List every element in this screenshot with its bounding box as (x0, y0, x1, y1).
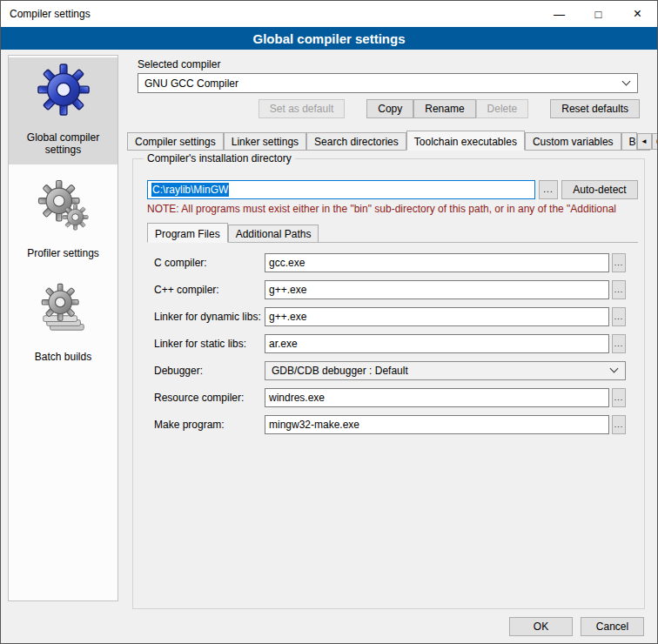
selected-compiler-value: GNU GCC Compiler (144, 77, 238, 90)
c-compiler-input[interactable]: gcc.exe (265, 253, 609, 272)
static-linker-label: Linker for static libs: (154, 338, 265, 350)
tab-build-options[interactable]: Buil (621, 132, 637, 150)
c-compiler-label: C compiler: (154, 257, 265, 269)
sidebar-item-label: Batch builds (10, 351, 116, 363)
cpp-compiler-label: C++ compiler: (154, 284, 265, 296)
resource-compiler-value: windres.exe (269, 392, 325, 404)
subtab-program-files[interactable]: Program Files (147, 223, 228, 243)
debugger-value: GDB/CDB debugger : Default (272, 365, 408, 377)
resource-compiler-browse-button[interactable]: ... (612, 388, 626, 407)
resource-compiler-input[interactable]: windres.exe (265, 388, 609, 407)
install-dir-row: C:\raylib\MinGW ... Auto-detect (147, 180, 638, 200)
sidebar-item-global-compiler-settings[interactable]: Global compiler settings (9, 57, 118, 164)
dynamic-linker-row: Linker for dynamic libs: g++.exe ... (154, 307, 626, 326)
tab-scroll-right-icon[interactable]: ► (652, 133, 658, 150)
debugger-row: Debugger: GDB/CDB debugger : Default (154, 361, 626, 380)
make-program-row: Make program: mingw32-make.exe ... (154, 415, 626, 434)
tab-toolchain-executables[interactable]: Toolchain executables (406, 131, 525, 151)
static-linker-browse-button[interactable]: ... (612, 334, 626, 353)
c-compiler-row: C compiler: gcc.exe ... (154, 253, 626, 272)
install-dir-input[interactable]: C:\raylib\MinGW (147, 180, 535, 199)
minimize-button[interactable]: — (540, 1, 579, 27)
dialog-footer: OK Cancel (509, 617, 644, 636)
profiler-gears-icon (37, 178, 91, 232)
cpp-compiler-input[interactable]: g++.exe (265, 280, 609, 299)
delete-button[interactable]: Delete (476, 99, 529, 118)
debugger-dropdown[interactable]: GDB/CDB debugger : Default (265, 361, 626, 380)
program-files-panel: C compiler: gcc.exe ... C++ compiler: g+… (133, 243, 644, 442)
tab-search-directories[interactable]: Search directories (306, 132, 406, 150)
install-dir-value: C:\raylib\MinGW (151, 183, 229, 197)
static-linker-row: Linker for static libs: ar.exe ... (154, 334, 626, 353)
group-title: Compiler's installation directory (144, 152, 295, 164)
sidebar-item-label: Profiler settings (10, 247, 116, 259)
program-files-tabstrip: Program Files Additional Paths (147, 224, 638, 243)
cancel-button[interactable]: Cancel (581, 617, 644, 636)
subtab-additional-paths[interactable]: Additional Paths (228, 225, 319, 242)
maximize-button[interactable]: □ (579, 1, 618, 27)
installation-directory-group: Compiler's installation directory C:\ray… (132, 158, 645, 609)
selected-compiler-dropdown[interactable]: GNU GCC Compiler (138, 73, 638, 93)
reset-defaults-button[interactable]: Reset defaults (550, 99, 640, 118)
make-program-browse-button[interactable]: ... (612, 415, 626, 434)
c-compiler-value: gcc.exe (269, 257, 305, 269)
resource-compiler-row: Resource compiler: windres.exe ... (154, 388, 626, 407)
make-program-value: mingw32-make.exe (269, 419, 359, 431)
main-panel: Selected compiler GNU GCC Compiler Set a… (125, 55, 650, 643)
rename-button[interactable]: Rename (413, 99, 475, 118)
debugger-label: Debugger: (154, 365, 265, 377)
set-as-default-button[interactable]: Set as default (258, 99, 345, 118)
compiler-actions: Set as default Copy Rename Delete Reset … (125, 99, 640, 118)
note-text: NOTE: All programs must exist either in … (147, 203, 642, 215)
copy-button[interactable]: Copy (366, 99, 413, 118)
static-linker-value: ar.exe (269, 338, 298, 350)
tab-compiler-settings[interactable]: Compiler settings (127, 132, 224, 150)
global-compiler-gear-icon (37, 63, 91, 117)
chevron-down-icon (622, 77, 631, 85)
tab-scroll-arrows: ◄ ► (637, 133, 658, 150)
make-program-input[interactable]: mingw32-make.exe (265, 415, 609, 434)
c-compiler-browse-button[interactable]: ... (612, 253, 626, 272)
titlebar: Compiler settings — □ × (1, 1, 657, 27)
sidebar-item-label: Global compiler settings (10, 131, 116, 156)
close-button[interactable]: × (618, 1, 657, 27)
dynamic-linker-label: Linker for dynamic libs: (154, 311, 265, 323)
chevron-down-icon (610, 365, 619, 373)
dynamic-linker-input[interactable]: g++.exe (265, 307, 609, 326)
dynamic-linker-value: g++.exe (269, 311, 306, 323)
auto-detect-button[interactable]: Auto-detect (561, 180, 638, 199)
sidebar-item-profiler-settings[interactable]: Profiler settings (9, 173, 118, 268)
sidebar-item-batch-builds[interactable]: Batch builds (9, 277, 118, 372)
tab-scroll-left-icon[interactable]: ◄ (637, 133, 652, 150)
banner-title: Global compiler settings (1, 27, 657, 50)
resource-compiler-label: Resource compiler: (154, 392, 265, 404)
install-dir-browse-button[interactable]: ... (539, 180, 558, 199)
tab-custom-variables[interactable]: Custom variables (525, 132, 621, 150)
window-controls: — □ × (540, 1, 657, 27)
cpp-compiler-browse-button[interactable]: ... (612, 280, 626, 299)
compiler-settings-dialog: Compiler settings — □ × Global compiler … (0, 0, 658, 644)
static-linker-input[interactable]: ar.exe (265, 334, 609, 353)
window-title: Compiler settings (1, 8, 91, 20)
batch-builds-gear-icon (37, 282, 91, 336)
sidebar: Global compiler settings Profiler settin… (8, 55, 118, 601)
settings-tabstrip: Compiler settings Linker settings Search… (127, 131, 650, 151)
cpp-compiler-row: C++ compiler: g++.exe ... (154, 280, 626, 299)
tab-linker-settings[interactable]: Linker settings (224, 132, 306, 150)
make-program-label: Make program: (154, 419, 265, 431)
dynamic-linker-browse-button[interactable]: ... (612, 307, 626, 326)
selected-compiler-label: Selected compiler (138, 58, 220, 70)
cpp-compiler-value: g++.exe (269, 284, 306, 296)
ok-button[interactable]: OK (509, 617, 573, 636)
